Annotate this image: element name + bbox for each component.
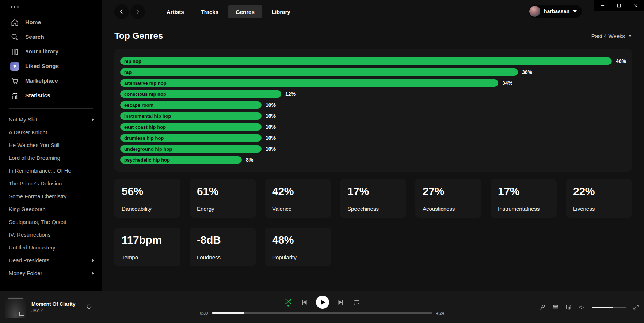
sidebar-item-liked-songs[interactable]: Liked Songs xyxy=(0,59,102,74)
stat-label: Valence xyxy=(272,206,324,212)
volume-button[interactable] xyxy=(579,304,585,311)
playlist-name: Money Folder xyxy=(9,270,42,276)
window-controls xyxy=(594,0,644,11)
fullscreen-button[interactable] xyxy=(633,304,639,311)
stat-value: 48% xyxy=(272,234,324,246)
stat-value: 27% xyxy=(423,185,474,198)
time-range-dropdown[interactable]: Past 4 Weeks xyxy=(591,33,632,39)
track-artist[interactable]: JAY-Z xyxy=(31,308,76,313)
playlist-name: Untitled Unmastery xyxy=(9,244,56,251)
sidebar-playlist-item[interactable]: Lord of the Dreaming xyxy=(0,151,102,164)
genre-bar[interactable]: hip hop xyxy=(120,57,612,65)
genre-bar-row: rap36% xyxy=(120,67,626,78)
stat-value: -8dB xyxy=(197,234,248,246)
genre-bar[interactable]: alternative hip hop xyxy=(120,79,498,87)
genre-bar-chart: hip hop46%rap36%alternative hip hop34%co… xyxy=(114,49,632,172)
sidebar-item-search[interactable]: Search xyxy=(0,30,102,44)
genre-bar[interactable]: rap xyxy=(120,68,518,76)
stats-tab[interactable]: Tracks xyxy=(194,5,226,18)
play-button[interactable] xyxy=(316,296,329,309)
playlist-name: Soulqarians, The Quest xyxy=(9,219,66,225)
sidebar-item-label: Search xyxy=(25,34,44,40)
genre-bar[interactable]: psychedelic hip hop xyxy=(120,156,242,164)
library-icon xyxy=(11,48,19,56)
time-range-label: Past 4 Weeks xyxy=(591,33,625,39)
sidebar-playlist-item[interactable]: Some Forma Chemistry xyxy=(0,190,102,203)
nav-forward-button[interactable] xyxy=(130,4,145,19)
stats-tab[interactable]: Library xyxy=(264,5,298,18)
queue-button[interactable] xyxy=(552,304,559,311)
chevron-right-icon xyxy=(92,259,94,262)
window-minimize-button[interactable] xyxy=(594,0,611,11)
window-maximize-button[interactable] xyxy=(611,0,627,11)
genre-bar[interactable]: instrumental hip hop xyxy=(120,112,262,120)
genre-label: rap xyxy=(124,70,132,75)
sidebar-playlist-item[interactable]: The Prince's Delusion xyxy=(0,177,102,190)
genre-bar[interactable]: drumless hip hop xyxy=(120,134,262,142)
volume-icon xyxy=(579,304,585,311)
close-icon xyxy=(634,4,638,8)
track-meta: Moment Of Clarity JAY-Z xyxy=(31,301,76,313)
genre-percent-value: 12% xyxy=(285,91,296,97)
sidebar-playlist-item[interactable]: Money Folder xyxy=(0,267,102,279)
genre-bar[interactable]: conscious hip hop xyxy=(120,90,281,98)
sidebar-item-marketplace[interactable]: Marketplace xyxy=(0,74,102,88)
sidebar-playlist-item[interactable]: King Geedorah xyxy=(0,203,102,215)
app-menu-icon[interactable] xyxy=(11,6,102,8)
genre-bar-row: psychedelic hip hop8% xyxy=(120,154,626,165)
chevron-left-icon xyxy=(119,9,125,15)
sidebar-playlist-item[interactable]: Not My Shit xyxy=(0,113,102,126)
genre-label: east coast hip hop xyxy=(124,124,166,130)
repeat-button[interactable] xyxy=(353,299,360,306)
sidebar-item-your-library[interactable]: Your Library xyxy=(0,44,102,59)
sidebar-playlist-item[interactable]: IV: Resurrections xyxy=(0,228,102,241)
user-avatar xyxy=(529,6,540,17)
track-title[interactable]: Moment Of Clarity xyxy=(31,301,76,307)
playlist-name: A Darker Knight xyxy=(9,129,47,135)
stats-tab[interactable]: Artists xyxy=(159,5,192,18)
sidebar-playlist-item[interactable]: A Darker Knight xyxy=(0,126,102,139)
sidebar-item-home[interactable]: Home xyxy=(0,15,102,30)
stat-label: Popularity xyxy=(272,254,324,260)
sidebar-item-statistics[interactable]: Statistics xyxy=(0,88,102,103)
nav-back-button[interactable] xyxy=(114,4,129,19)
seek-bar[interactable] xyxy=(212,312,432,314)
playlist-name: Dead Presidents xyxy=(9,257,49,263)
cart-icon xyxy=(11,77,19,85)
genre-bar[interactable]: underground hip hop xyxy=(120,145,262,153)
now-playing: Moment Of Clarity JAY-Z xyxy=(5,297,92,318)
connect-device-button[interactable] xyxy=(565,304,572,311)
playlist-name: King Geedorah xyxy=(9,206,46,212)
playlist-name: The Prince's Delusion xyxy=(9,180,62,187)
queue-icon xyxy=(552,304,559,311)
lyrics-button[interactable] xyxy=(539,304,546,311)
sidebar-playlist-item[interactable]: In Remembrance... Of He xyxy=(0,164,102,177)
genre-label: psychedelic hip hop xyxy=(124,157,170,163)
genre-label: instrumental hip hop xyxy=(124,113,171,119)
maximize-icon xyxy=(617,4,621,8)
page-header: Top Genres Past 4 Weeks xyxy=(114,31,632,41)
sidebar-playlist-item[interactable]: Dead Presidents xyxy=(0,254,102,267)
window-close-button[interactable] xyxy=(628,0,644,11)
sidebar-playlist-item[interactable]: Untitled Unmastery xyxy=(0,241,102,254)
stats-tab[interactable]: Genres xyxy=(228,5,262,18)
volume-slider[interactable] xyxy=(592,307,626,308)
skip-forward-icon xyxy=(338,299,344,306)
heart-icon xyxy=(86,303,92,310)
fullscreen-expand-icon xyxy=(633,304,639,311)
shuffle-button[interactable] xyxy=(284,297,292,307)
album-art[interactable] xyxy=(5,297,26,318)
genre-bar[interactable]: escape room xyxy=(120,101,262,109)
sidebar-playlist-item[interactable]: He Watches You Still xyxy=(0,139,102,151)
next-track-button[interactable] xyxy=(338,299,344,306)
genre-label: hip hop xyxy=(124,59,141,64)
user-menu[interactable]: harbassan xyxy=(529,5,582,18)
stat-label: Tempo xyxy=(122,254,173,260)
sidebar-item-label: Home xyxy=(25,19,41,26)
genre-bar[interactable]: east coast hip hop xyxy=(120,123,262,131)
playlist-name: Some Forma Chemistry xyxy=(9,193,66,199)
sidebar-playlist-item[interactable]: Soulqarians, The Quest xyxy=(0,215,102,228)
previous-track-button[interactable] xyxy=(301,299,308,306)
total-time: 4:24 xyxy=(436,311,450,315)
like-track-button[interactable] xyxy=(86,303,92,311)
